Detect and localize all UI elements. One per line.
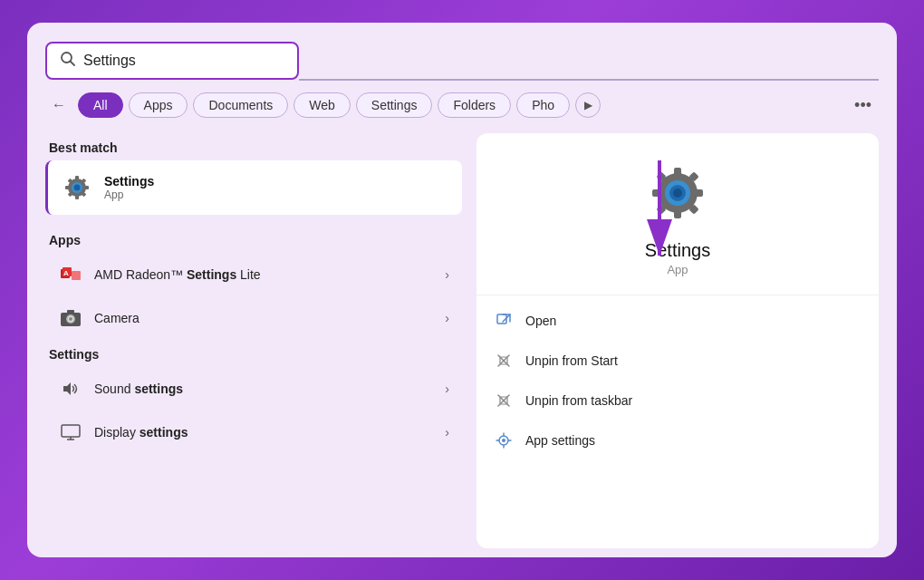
display-icon <box>58 420 83 445</box>
amd-label: AMD Radeon™ Settings Lite <box>94 267 434 282</box>
main-content: Best match <box>45 133 879 548</box>
open-menu-item[interactable]: Open <box>476 301 879 341</box>
best-match-info: Settings App <box>104 174 154 201</box>
sound-chevron: › <box>445 382 449 396</box>
svg-rect-7 <box>65 186 70 189</box>
svg-rect-5 <box>75 176 79 180</box>
svg-rect-32 <box>674 168 681 177</box>
best-match-subtitle: App <box>104 188 154 201</box>
settings-large-icon <box>645 160 710 240</box>
svg-text:A: A <box>63 269 69 277</box>
unpin-start-menu-item[interactable]: Unpin from Start <box>476 341 879 381</box>
right-app-sub: App <box>667 263 688 276</box>
svg-point-20 <box>69 317 72 321</box>
amd-item[interactable]: A AMD Radeon™ Settings Lite › <box>45 253 462 296</box>
right-panel: Settings App Open <box>476 133 879 548</box>
unpin-start-label: Unpin from Start <box>525 353 618 368</box>
display-settings-item[interactable]: Display settings › <box>45 411 462 454</box>
display-settings-label: Display settings <box>94 425 434 440</box>
right-app-name: Settings <box>645 240 710 261</box>
search-box[interactable] <box>45 42 299 80</box>
left-panel: Best match <box>45 133 462 548</box>
best-match-title: Settings <box>104 174 154 188</box>
tab-documents[interactable]: Documents <box>193 92 288 118</box>
camera-chevron: › <box>445 311 449 325</box>
svg-point-49 <box>502 439 505 442</box>
camera-icon <box>58 305 83 331</box>
camera-item[interactable]: Camera › <box>45 296 462 340</box>
svg-point-31 <box>673 188 682 198</box>
svg-rect-34 <box>652 189 661 197</box>
tab-next-button[interactable]: ▶ <box>575 92 601 118</box>
open-label: Open <box>525 314 556 328</box>
apps-section-label: Apps <box>45 233 462 247</box>
display-chevron: › <box>445 425 449 440</box>
tab-folders[interactable]: Folders <box>438 92 511 118</box>
amd-icon: A <box>58 262 83 287</box>
tab-web[interactable]: Web <box>294 92 351 118</box>
unpin-taskbar-label: Unpin from taskbar <box>525 393 632 408</box>
search-input[interactable] <box>83 53 284 69</box>
tab-photos[interactable]: Pho <box>516 92 570 118</box>
right-menu: Open Unpin from Start <box>476 295 879 466</box>
svg-rect-21 <box>67 310 74 314</box>
app-settings-label: App settings <box>525 433 595 448</box>
svg-rect-33 <box>674 209 681 218</box>
svg-marker-22 <box>63 382 71 395</box>
tab-apps[interactable]: Apps <box>129 92 188 118</box>
app-settings-menu-item[interactable]: App settings <box>476 420 879 460</box>
back-button[interactable]: ← <box>45 92 72 119</box>
right-app-header: Settings App <box>476 133 879 295</box>
svg-rect-35 <box>694 189 703 197</box>
filter-tabs: ← All Apps Documents Web Settings Folder… <box>45 92 879 119</box>
svg-rect-6 <box>75 195 79 199</box>
search-underline <box>299 41 879 81</box>
tab-all[interactable]: All <box>78 92 123 118</box>
unpin-start-icon <box>495 352 513 370</box>
svg-point-4 <box>74 185 81 191</box>
search-icon <box>60 51 76 71</box>
sound-settings-label: Sound settings <box>94 382 434 396</box>
sound-settings-item[interactable]: Sound settings › <box>45 367 462 411</box>
svg-rect-23 <box>62 425 80 437</box>
best-match-label: Best match <box>45 140 462 155</box>
best-match-icon <box>61 171 93 204</box>
best-match-item[interactable]: Settings App <box>45 160 462 215</box>
amd-chevron: › <box>445 267 449 282</box>
unpin-taskbar-icon <box>495 392 513 410</box>
search-bar-row <box>45 41 879 81</box>
tab-settings[interactable]: Settings <box>356 92 433 118</box>
tab-more-button[interactable]: ••• <box>847 92 879 119</box>
unpin-taskbar-menu-item[interactable]: Unpin from taskbar <box>476 381 879 420</box>
open-icon <box>495 312 513 330</box>
app-settings-icon <box>495 431 513 450</box>
svg-rect-16 <box>72 271 81 280</box>
camera-label: Camera <box>94 311 434 325</box>
search-panel: ← All Apps Documents Web Settings Folder… <box>27 23 897 557</box>
settings-section-label: Settings <box>45 347 462 362</box>
svg-line-1 <box>71 62 75 66</box>
svg-rect-8 <box>84 186 89 189</box>
sound-icon <box>58 376 83 401</box>
